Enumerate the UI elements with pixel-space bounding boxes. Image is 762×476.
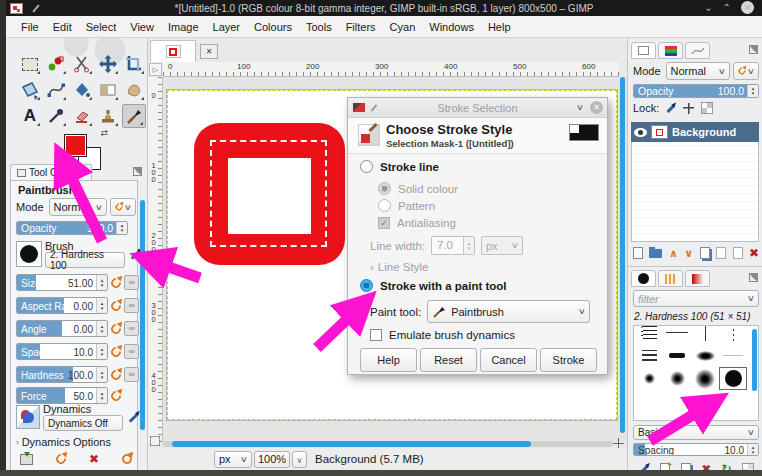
detach-dock-icon[interactable] [133,167,142,176]
line-width-input[interactable]: 7.0 ▴▾ [431,236,475,255]
bucket-fill-tool-icon[interactable] [70,78,94,102]
tab-gradients[interactable] [685,270,710,287]
layer-mode-select[interactable]: Normal∨ [666,62,730,80]
paintbrush-tool-icon[interactable] [122,104,146,128]
smudge-tool-icon[interactable] [122,78,146,102]
detach-brushes-icon[interactable] [749,273,758,282]
reset-slider-icon[interactable] [109,321,123,335]
layer-row-background[interactable]: Background [631,122,759,142]
duplicate-layer-button[interactable] [700,247,710,259]
reset-slider-icon[interactable] [109,367,123,381]
brush-name-box[interactable]: 2. Hardness 100 [45,252,125,268]
minimize-icon[interactable]: ⌄ [704,2,712,13]
menu-item-colours[interactable]: Colours [247,18,299,36]
stroke-paint-tool-radio[interactable] [360,279,373,292]
title-bar[interactable]: *[Untitled]-1.0 (RGB colour 8-bit gamma … [6,0,762,16]
slider-spinner[interactable]: ▴▾ [96,275,107,290]
zoom-value-box[interactable]: 100% [254,451,290,468]
brush-thumb-vline[interactable] [691,325,719,344]
link-toggle-icon[interactable]: ∞ [124,367,139,382]
stroke-line-radio[interactable] [360,160,373,173]
brush-thumb-bell[interactable] [691,344,719,367]
brush-thumb-tbar[interactable] [663,344,691,367]
antialiasing-checkbox[interactable]: ✓ [378,217,390,229]
dynamics-thumbnail[interactable] [16,405,40,429]
tab-channels[interactable] [658,42,683,59]
opacity-slider[interactable]: Opacity 100.0 ▴▾ [16,221,128,235]
force-slider[interactable]: Force50.0▴▾ [16,387,108,404]
spacing-slider[interactable]: Spacing10.0▴▾ [16,343,108,360]
lower-layer-button[interactable]: ∨ [684,247,693,260]
horizontal-scrollbar[interactable] [172,441,531,447]
menu-item-help[interactable]: Help [481,18,518,36]
brush-thumb-solid[interactable] [719,367,747,390]
merge-layer-button[interactable] [716,247,726,259]
reset-tool-options-button[interactable] [120,452,134,466]
layer-opacity-spinner[interactable]: ▴▾ [747,85,758,97]
lock-position-icon[interactable] [683,103,694,114]
tab-patterns[interactable] [658,270,683,287]
dialog-title-bar[interactable]: Stroke Selection ∨ ✕ [348,98,607,118]
angle-slider[interactable]: Angle0.00▴▾ [16,320,108,337]
brush-thumb-dashes[interactable] [635,344,663,367]
slider-spinner[interactable]: ▴▾ [96,344,107,359]
horizontal-ruler[interactable]: 0100200300400500600 [163,62,619,77]
brush-group-select[interactable]: Basic∨ [633,425,759,440]
menu-item-windows[interactable]: Windows [422,18,481,36]
menu-item-tools[interactable]: Tools [299,18,339,36]
edit-dynamics-icon[interactable] [129,412,140,423]
slider-spinner[interactable]: ▴▾ [96,298,107,313]
eraser-tool-icon[interactable] [70,104,94,128]
vertical-ruler[interactable]: 0100200300400 [148,77,163,442]
paths-tool-icon[interactable] [44,78,68,102]
layer-mode-reset-button[interactable]: ∨ [733,62,759,80]
brush-thumb-script[interactable] [635,325,663,344]
tool-options-scrollbar[interactable] [140,200,145,430]
reset-slider-icon[interactable] [109,344,123,358]
brush-spacing-spinner[interactable]: ▴▾ [747,444,758,455]
link-toggle-icon[interactable]: ∞ [124,344,139,359]
emulate-dynamics-option[interactable]: Emulate brush dynamics [370,329,515,341]
vertical-scrollbar[interactable] [620,77,625,433]
dialog-menu-icon[interactable]: ∨ [576,103,584,112]
move-tool-icon[interactable] [96,52,120,76]
lock-alpha-icon[interactable] [701,102,713,114]
dialog-close-icon[interactable]: ✕ [590,101,603,114]
menu-item-edit[interactable]: Edit [46,18,79,36]
stroke-line-option[interactable]: Stroke line [360,160,439,173]
clone-tool-icon[interactable] [96,104,120,128]
visibility-eye-icon[interactable] [634,128,647,137]
cancel-button[interactable]: Cancel [480,348,537,372]
new-layer-button[interactable] [633,247,643,259]
brush-thumb-faint[interactable] [719,344,747,367]
brush-spacing-slider[interactable]: Spacing 10.0 ▴▾ [633,443,759,456]
reset-slider-icon[interactable] [109,388,123,402]
pattern-radio[interactable] [378,199,391,212]
maximize-icon[interactable]: ⌃ [723,2,731,13]
raise-layer-button[interactable]: ∧ [669,247,678,260]
slider-spinner[interactable]: ▴▾ [96,321,107,336]
menu-item-file[interactable]: File [14,18,46,36]
menu-item-layer[interactable]: Layer [206,18,248,36]
brush-thumb-hline[interactable] [663,325,691,344]
brush-grid-scrollbar[interactable] [752,329,757,391]
text-tool-icon[interactable]: A [18,104,42,128]
horizontal-scrollbar-track[interactable] [163,441,613,447]
layer-opacity-slider[interactable]: Opacity 100.0 ▴▾ [633,84,759,98]
tab-brushes[interactable] [631,270,656,287]
slider-spinner[interactable]: ▴▾ [96,388,107,403]
gradient-tool-icon[interactable] [96,78,120,102]
dynamics-box[interactable]: Dynamics Off [43,415,123,431]
solid-colour-radio[interactable] [378,182,391,195]
brush-filter-input[interactable]: filter∨ [633,290,759,307]
opacity-spinner[interactable]: ▴▾ [116,222,127,234]
reset-slider-icon[interactable] [109,275,123,289]
quick-mask-toggle[interactable] [150,436,160,446]
stroke-paint-tool-option[interactable]: Stroke with a paint tool [360,279,507,292]
tab-layers[interactable] [631,42,656,59]
line-style-expander[interactable]: › Line Style [370,261,428,273]
restore-tool-preset-button[interactable] [54,452,68,466]
swap-colours-icon[interactable]: ⇄ [100,128,108,138]
reset-slider-icon[interactable] [109,298,123,312]
detach-dock-icon[interactable] [749,45,758,54]
